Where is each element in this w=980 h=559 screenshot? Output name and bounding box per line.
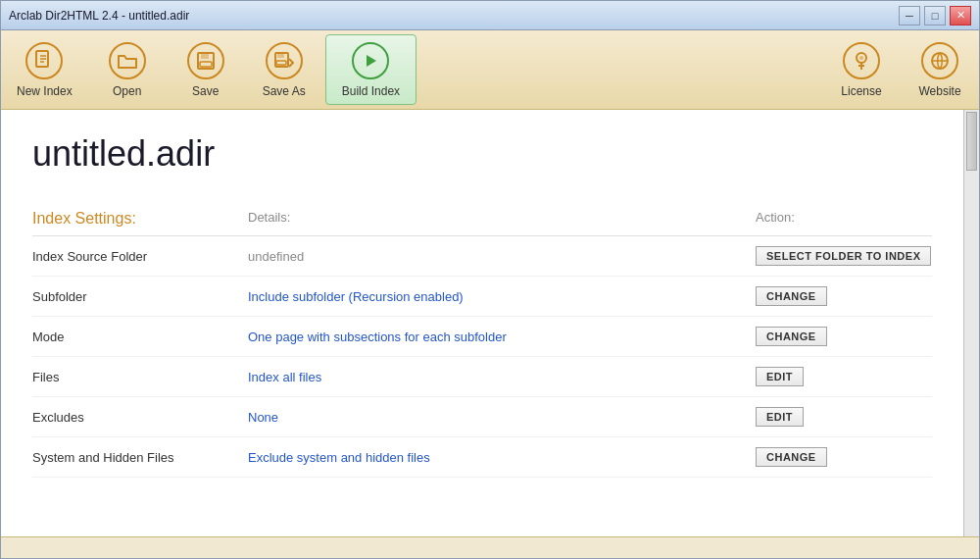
save-as-button[interactable]: Save As xyxy=(245,34,323,105)
files-edit-button[interactable]: EDIT xyxy=(756,367,804,386)
website-label: Website xyxy=(918,84,960,98)
main-content: untitled.adir Index Settings: Details: A… xyxy=(1,110,963,536)
system-files-change-button[interactable]: CHANGE xyxy=(756,447,827,467)
save-as-icon xyxy=(265,41,304,80)
row-key-0: Index Source Folder xyxy=(32,249,248,264)
row-value-4: None xyxy=(248,410,756,425)
index-settings-title: Index Settings: xyxy=(32,210,248,228)
toolbar: New Index Open xyxy=(1,30,979,110)
table-row: Subfolder Include subfolder (Recursion e… xyxy=(32,277,932,317)
row-action-2: CHANGE xyxy=(756,327,932,346)
window-controls: ─ □ ✕ xyxy=(899,6,971,25)
scrollbar[interactable] xyxy=(963,110,979,536)
row-key-2: Mode xyxy=(32,330,248,344)
row-action-1: CHANGE xyxy=(756,286,932,306)
app-window: Arclab Dir2HTML 2.4 - untitled.adir ─ □ … xyxy=(0,0,980,559)
row-value-2: One page with subsections for each subfo… xyxy=(248,330,756,344)
settings-header: Index Settings: Details: Action: xyxy=(32,206,932,236)
title-bar: Arclab Dir2HTML 2.4 - untitled.adir ─ □ … xyxy=(1,1,979,30)
row-value-1: Include subfolder (Recursion enabled) xyxy=(248,289,756,304)
svg-rect-9 xyxy=(276,61,286,65)
open-icon xyxy=(108,41,147,80)
settings-table: Index Settings: Details: Action: Index S… xyxy=(32,206,932,478)
row-key-4: Excludes xyxy=(32,410,248,425)
action-header: Action: xyxy=(756,210,932,228)
svg-point-12 xyxy=(859,56,863,60)
table-row: Files Index all files EDIT xyxy=(32,357,932,397)
new-index-button[interactable]: New Index xyxy=(1,34,88,105)
window-title: Arclab Dir2HTML 2.4 - untitled.adir xyxy=(9,9,189,23)
row-value-3: Index all files xyxy=(248,370,756,384)
details-header: Details: xyxy=(248,210,756,228)
status-bar xyxy=(1,536,979,558)
excludes-edit-button[interactable]: EDIT xyxy=(756,407,804,427)
svg-rect-5 xyxy=(201,53,209,59)
row-value-5: Exclude system and hidden files xyxy=(248,450,756,465)
build-index-button[interactable]: Build Index xyxy=(325,34,416,105)
row-action-3: EDIT xyxy=(756,367,932,386)
svg-rect-6 xyxy=(200,62,212,67)
save-button[interactable]: Save xyxy=(167,34,245,105)
build-index-label: Build Index xyxy=(342,84,400,98)
open-button[interactable]: Open xyxy=(88,34,167,105)
website-button[interactable]: Website xyxy=(901,34,979,105)
build-index-icon xyxy=(351,41,390,80)
new-index-label: New Index xyxy=(17,84,73,98)
content-wrapper: untitled.adir Index Settings: Details: A… xyxy=(1,110,979,536)
open-label: Open xyxy=(113,84,141,98)
table-row: Mode One page with subsections for each … xyxy=(32,317,932,357)
row-action-5: CHANGE xyxy=(756,447,932,467)
close-button[interactable]: ✕ xyxy=(950,6,971,25)
save-label: Save xyxy=(192,84,219,98)
table-row: Index Source Folder undefined SELECT FOL… xyxy=(32,236,932,277)
save-as-label: Save As xyxy=(263,84,306,98)
license-icon xyxy=(842,41,881,80)
row-action-0: SELECT FOLDER TO INDEX xyxy=(756,246,932,266)
row-value-0: undefined xyxy=(248,249,756,264)
table-row: System and Hidden Files Exclude system a… xyxy=(32,437,932,478)
svg-marker-10 xyxy=(367,55,376,67)
scrollbar-thumb[interactable] xyxy=(966,112,977,171)
row-key-5: System and Hidden Files xyxy=(32,450,248,465)
mode-change-button[interactable]: CHANGE xyxy=(756,327,827,346)
minimize-button[interactable]: ─ xyxy=(899,6,920,25)
subfolder-change-button[interactable]: CHANGE xyxy=(756,286,827,306)
license-label: License xyxy=(841,84,881,98)
maximize-button[interactable]: □ xyxy=(924,6,946,25)
save-icon xyxy=(186,41,225,80)
row-action-4: EDIT xyxy=(756,407,932,427)
select-folder-button[interactable]: SELECT FOLDER TO INDEX xyxy=(756,246,931,266)
svg-rect-8 xyxy=(277,53,284,58)
row-key-3: Files xyxy=(32,370,248,384)
license-button[interactable]: License xyxy=(822,34,901,105)
table-row: Excludes None EDIT xyxy=(32,397,932,437)
new-index-icon xyxy=(24,41,64,80)
row-key-1: Subfolder xyxy=(32,289,248,304)
page-title: untitled.adir xyxy=(32,133,932,175)
website-icon xyxy=(920,41,959,80)
